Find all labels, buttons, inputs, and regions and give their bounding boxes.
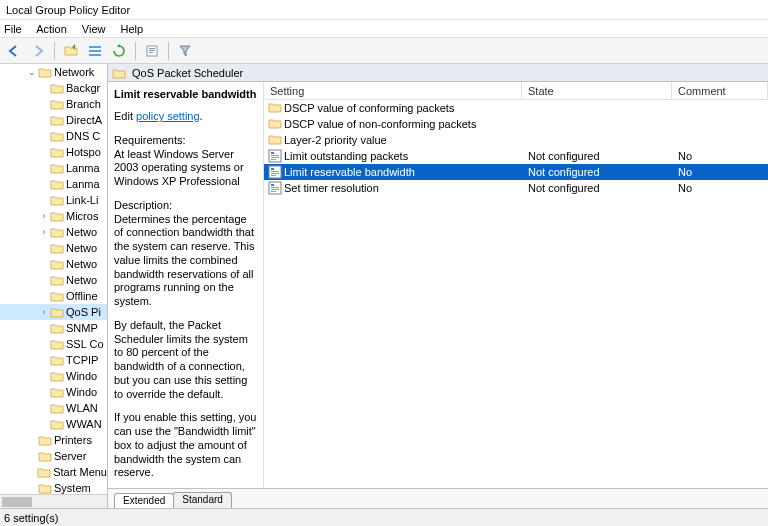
tree-item[interactable]: Netwo — [0, 256, 107, 272]
tree-item[interactable]: Hotspo — [0, 144, 107, 160]
tree-item-label: QoS Pi — [66, 304, 101, 320]
requirements-label: Requirements: — [114, 134, 186, 146]
tree-expander[interactable]: › — [38, 304, 50, 320]
setting-name: Limit reservable bandwidth — [284, 164, 415, 180]
tree-item-label: Windo — [66, 368, 97, 384]
description-p3: If you enable this setting, you can use … — [114, 411, 257, 480]
tree-item[interactable]: Lanma — [0, 176, 107, 192]
tree-item[interactable]: WWAN — [0, 416, 107, 432]
list-view-button[interactable] — [85, 41, 105, 61]
filter-button[interactable] — [175, 41, 195, 61]
tree-item[interactable]: SNMP — [0, 320, 107, 336]
edit-policy-link[interactable]: policy setting — [136, 110, 200, 122]
tree-item-label: Start Menu — [53, 464, 107, 480]
window-title: Local Group Policy Editor — [6, 4, 130, 16]
tree-item[interactable]: ⌄Network — [0, 64, 107, 80]
folder-icon — [50, 146, 64, 158]
tree-item[interactable]: Printers — [0, 432, 107, 448]
tree-item-label: Backgr — [66, 80, 100, 96]
list-row[interactable]: Set timer resolutionNot configuredNo — [264, 180, 768, 196]
node-title: QoS Packet Scheduler — [132, 64, 243, 82]
back-button[interactable] — [4, 41, 24, 61]
tree-expander[interactable]: › — [38, 208, 50, 224]
tree-item[interactable]: Lanma — [0, 160, 107, 176]
tree-item[interactable]: Offline — [0, 288, 107, 304]
tree-item-label: Micros — [66, 208, 98, 224]
tree-hscrollbar[interactable] — [0, 494, 107, 508]
tree-item[interactable]: Server — [0, 448, 107, 464]
description-pane: Limit reservable bandwidth Edit policy s… — [108, 82, 264, 488]
folder-icon — [50, 338, 64, 350]
folder-icon — [50, 194, 64, 206]
tree-item[interactable]: ›Netwo — [0, 224, 107, 240]
tree-expander[interactable]: › — [38, 224, 50, 240]
tab-standard[interactable]: Standard — [173, 492, 232, 508]
list-row[interactable]: DSCP value of conforming packets — [264, 100, 768, 116]
toolbar-separator — [168, 42, 169, 60]
tree-item[interactable]: DirectA — [0, 112, 107, 128]
tree-item[interactable]: DNS C — [0, 128, 107, 144]
folder-icon — [50, 306, 64, 318]
tree-item[interactable]: ›Micros — [0, 208, 107, 224]
svg-rect-11 — [149, 48, 155, 49]
tree-item[interactable]: SSL Co — [0, 336, 107, 352]
folder-icon — [38, 66, 52, 78]
setting-name: DSCP value of conforming packets — [284, 100, 454, 116]
properties-button[interactable] — [142, 41, 162, 61]
col-state[interactable]: State — [522, 82, 672, 99]
menu-help[interactable]: Help — [121, 23, 144, 35]
tree-item-label: Windo — [66, 384, 97, 400]
edit-prefix: Edit — [114, 110, 136, 122]
folder-icon — [38, 482, 52, 494]
tree-item-label: Lanma — [66, 176, 100, 192]
tree-item[interactable]: Windo — [0, 368, 107, 384]
col-comment[interactable]: Comment — [672, 82, 768, 99]
list-row[interactable]: DSCP value of non-conforming packets — [264, 116, 768, 132]
tab-extended[interactable]: Extended — [114, 493, 174, 509]
tree-item-label: Hotspo — [66, 144, 101, 160]
svg-rect-12 — [149, 50, 155, 51]
tree-item[interactable]: WLAN — [0, 400, 107, 416]
tree-item-label: Link-Li — [66, 192, 98, 208]
tree-item[interactable]: Start Menu — [0, 464, 107, 480]
statusbar: 6 setting(s) — [0, 508, 768, 526]
folder-icon — [50, 162, 64, 174]
setting-icon — [268, 165, 282, 179]
folder-icon — [50, 130, 64, 142]
tree-item[interactable]: System — [0, 480, 107, 494]
setting-state: Not configured — [522, 180, 672, 196]
tree-item[interactable]: Netwo — [0, 272, 107, 288]
folder-icon — [50, 258, 64, 270]
refresh-button[interactable] — [109, 41, 129, 61]
description-label: Description: — [114, 199, 172, 211]
setting-name: Set timer resolution — [284, 180, 379, 196]
tree-item[interactable]: Backgr — [0, 80, 107, 96]
tree-item[interactable]: TCPIP — [0, 352, 107, 368]
list-row[interactable]: Limit reservable bandwidthNot configured… — [264, 164, 768, 180]
list-row[interactable]: Layer-2 priority value — [264, 132, 768, 148]
menu-view[interactable]: View — [82, 23, 106, 35]
tree-item[interactable]: Link-Li — [0, 192, 107, 208]
list-header: Setting State Comment — [264, 82, 768, 100]
tree-item[interactable]: Netwo — [0, 240, 107, 256]
view-tabs: Extended Standard — [108, 488, 768, 508]
tree-item-label: Netwo — [66, 272, 97, 288]
description-p1: Determines the percentage of connection … — [114, 213, 254, 308]
list-row[interactable]: Limit outstanding packetsNot configuredN… — [264, 148, 768, 164]
tree-item[interactable]: Branch — [0, 96, 107, 112]
col-setting[interactable]: Setting — [264, 82, 522, 99]
tree-expander[interactable]: ⌄ — [26, 64, 38, 80]
forward-button[interactable] — [28, 41, 48, 61]
setting-title: Limit reservable bandwidth — [114, 88, 257, 100]
tree-item[interactable]: Windo — [0, 384, 107, 400]
menu-file[interactable]: File — [4, 23, 22, 35]
folder-icon — [50, 322, 64, 334]
svg-rect-8 — [89, 50, 101, 52]
tree-item-label: Netwo — [66, 224, 97, 240]
folder-up-button[interactable] — [61, 41, 81, 61]
setting-name: Limit outstanding packets — [284, 148, 408, 164]
menu-action[interactable]: Action — [36, 23, 67, 35]
svg-rect-7 — [89, 46, 101, 48]
tree-item[interactable]: ›QoS Pi — [0, 304, 107, 320]
tree-item-label: WWAN — [66, 416, 102, 432]
